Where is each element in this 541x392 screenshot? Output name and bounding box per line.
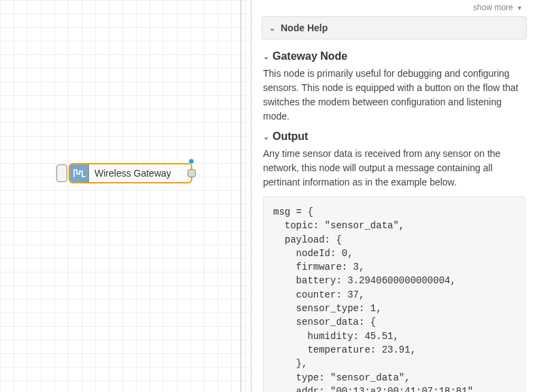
- help-paragraph: This node is primarily useful for debugg…: [263, 67, 525, 124]
- info-side-panel: show more ▼ ⌄ Node Help ⌄ Gateway Node T…: [251, 0, 533, 392]
- help-heading-gateway[interactable]: ⌄ Gateway Node: [263, 50, 525, 63]
- canvas-divider: [241, 0, 241, 392]
- help-heading-text: Gateway Node: [273, 50, 347, 63]
- code-example: msg = { topic: "sensor_data", payload: {…: [263, 196, 525, 392]
- flow-canvas[interactable]: Wireless Gateway: [0, 0, 251, 392]
- show-more-label: show more: [473, 3, 513, 12]
- chevron-down-icon: ⌄: [263, 52, 269, 61]
- section-header-node-help[interactable]: ⌄ Node Help: [262, 16, 527, 39]
- show-more-link[interactable]: show more ▼: [262, 0, 529, 16]
- node-body[interactable]: Wireless Gateway: [69, 163, 192, 183]
- section-title: Node Help: [281, 22, 328, 33]
- node-status-indicator: [188, 158, 194, 164]
- chevron-down-icon: ⌄: [263, 132, 269, 141]
- node-label: Wireless Gateway: [89, 168, 171, 179]
- wireless-icon: [70, 164, 89, 182]
- caret-down-icon: ▼: [517, 5, 523, 12]
- node-trigger-button[interactable]: [56, 164, 67, 182]
- chevron-down-icon: ⌄: [269, 24, 275, 33]
- vertical-scrollbar[interactable]: [533, 0, 541, 392]
- node-output-port[interactable]: [188, 169, 196, 177]
- help-heading-text: Output: [273, 130, 308, 143]
- help-content: ⌄ Gateway Node This node is primarily us…: [262, 39, 529, 392]
- flow-node-wireless-gateway[interactable]: Wireless Gateway: [56, 163, 192, 183]
- help-heading-output[interactable]: ⌄ Output: [263, 130, 525, 143]
- help-paragraph: Any time sensor data is received from an…: [263, 147, 525, 190]
